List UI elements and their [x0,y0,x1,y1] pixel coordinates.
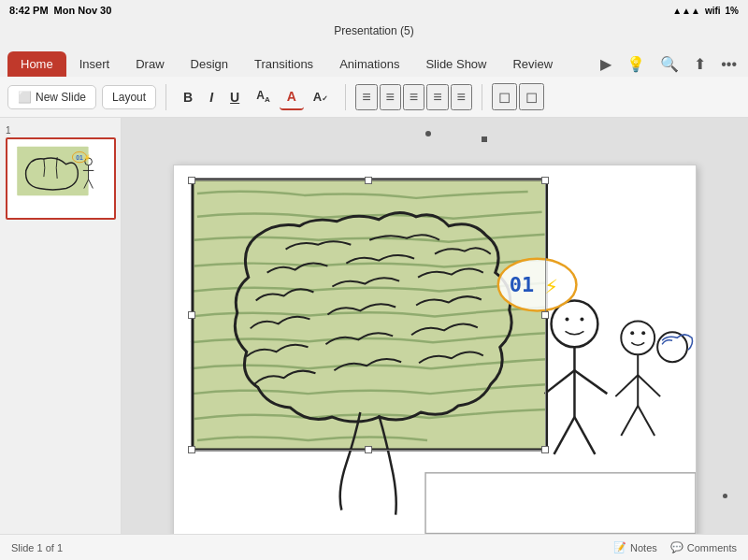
svg-point-22 [630,331,634,335]
tab-bar: Home Insert Draw Design Transitions Anim… [0,41,748,77]
notes-label: Notes [630,542,657,553]
toolbar: ⬜ New Slide Layout B I U AA A A✓ ≡ ≡ ≡ ≡… [0,77,748,118]
play-icon[interactable]: ▶ [597,51,615,77]
tab-insert[interactable]: Insert [66,51,123,77]
new-slide-button[interactable]: ⬜ New Slide [7,85,96,109]
bottom-bar: Slide 1 of 1 📝 Notes 💬 Comments [0,534,748,560]
slide-info: Slide 1 of 1 [11,542,63,553]
underline-button[interactable]: U [223,85,247,109]
battery: 1% [726,6,739,16]
divider-2 [345,84,346,110]
svg-line-16 [554,417,575,454]
divider-3 [482,84,482,110]
comments-button[interactable]: 💬 Comments [670,541,737,553]
svg-rect-30 [425,473,696,534]
svg-point-21 [621,321,654,354]
numbered-list-button[interactable]: ≡ [380,84,401,110]
new-slide-icon: ⬜ [18,91,32,104]
wifi-icon: wifi [705,6,721,16]
comments-label: Comments [687,542,737,553]
share-icon[interactable]: ⬆ [690,51,710,77]
presentation-title: Presentation (5) [334,24,413,37]
layout-label: Layout [112,91,146,104]
more-icon[interactable]: ••• [717,52,741,77]
tab-review[interactable]: Review [499,51,566,77]
font-size-button[interactable]: AA [249,84,277,108]
svg-line-15 [574,370,607,394]
arrange-button[interactable]: ◻ [519,83,544,110]
status-bar: 8:42 PM Mon Nov 30 ▲▲▲ wifi 1% [0,0,748,21]
svg-line-28 [638,406,654,436]
svg-line-26 [638,375,660,396]
slide-panel: 1 01⚡ [0,118,122,534]
notes-icon: 📝 [613,541,626,553]
title-bar: Presentation (5) [0,21,748,41]
slide-canvas[interactable]: 01 ⚡ [173,165,697,534]
search-icon[interactable]: 🔍 [656,51,683,77]
slide-thumbnail-1: 01⚡ [6,137,116,220]
svg-text:⚡: ⚡ [545,273,558,299]
svg-text:01⚡: 01⚡ [76,153,91,162]
align-right-button[interactable]: ≡ [451,84,472,110]
svg-rect-8 [193,179,547,450]
slide-thumb-1[interactable]: 1 01⚡ [6,125,115,220]
day: Mon Nov 30 [54,5,112,16]
rotation-dot [482,136,487,142]
notes-button[interactable]: 📝 Notes [613,541,657,553]
align-button[interactable]: ≡ [426,84,448,110]
tab-home[interactable]: Home [7,51,66,77]
tab-draw[interactable]: Draw [122,51,177,77]
divider-1 [165,84,166,110]
svg-line-25 [615,375,638,396]
italic-button[interactable]: I [202,85,221,109]
tab-transitions[interactable]: Transitions [241,51,326,77]
signal-icon: ▲▲▲ [672,6,700,16]
indent-button[interactable]: ≡ [403,84,424,110]
rotation-handle-dot [425,131,431,136]
time: 8:42 PM [9,5,49,16]
marker-dot [723,494,727,498]
bullet-list-button[interactable]: ≡ [355,84,377,110]
font-color-button[interactable]: A [280,84,304,110]
bold-button[interactable]: B [176,85,200,109]
layout-button[interactable]: Layout [102,85,156,109]
svg-point-12 [580,317,583,321]
svg-line-14 [545,370,575,394]
svg-line-5 [89,179,94,189]
svg-line-17 [574,417,595,454]
svg-point-11 [565,317,568,321]
svg-point-23 [641,331,645,335]
new-slide-label: New Slide [36,91,86,104]
canvas-area: 01 ⚡ [122,118,748,534]
slide-number-1: 1 [6,125,115,136]
tab-slideshow[interactable]: Slide Show [412,51,499,77]
lightbulb-icon[interactable]: 💡 [623,51,649,77]
object-group: ◻ ◻ [492,83,544,110]
svg-line-27 [621,406,638,436]
svg-text:01: 01 [510,273,534,296]
tab-animations[interactable]: Animations [326,51,412,77]
format-group: B I U AA A A✓ [176,84,336,110]
text-highlight-button[interactable]: A✓ [306,85,336,108]
main-area: 1 01⚡ [0,118,748,534]
select-button[interactable]: ◻ [492,83,517,110]
tab-design[interactable]: Design [178,51,241,77]
list-group: ≡ ≡ ≡ ≡ ≡ [355,84,472,110]
comments-icon: 💬 [670,541,683,553]
